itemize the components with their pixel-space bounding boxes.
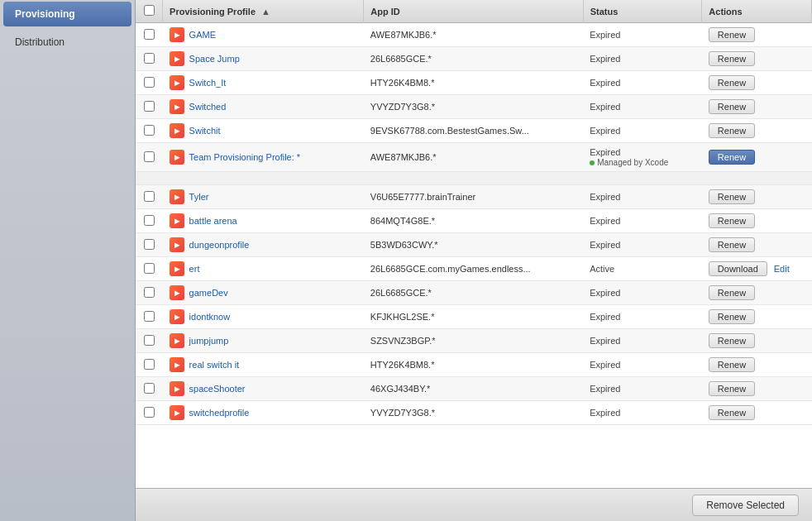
profile-icon: ▶	[170, 333, 184, 348]
col-header-checkbox[interactable]	[136, 0, 163, 23]
profile-icon: ▶	[170, 285, 184, 300]
renew-button[interactable]: Renew	[709, 357, 755, 372]
row-checkbox[interactable]	[144, 77, 155, 88]
profile-name-link[interactable]: Team Provisioning Profile: *	[189, 152, 301, 162]
row-checkbox[interactable]	[144, 125, 155, 136]
row-checkbox[interactable]	[144, 287, 155, 298]
row-checkbox[interactable]	[144, 263, 155, 274]
renew-button[interactable]: Renew	[709, 237, 755, 252]
profile-name-link[interactable]: Tyler	[189, 192, 209, 202]
profile-name-link[interactable]: Switchit	[189, 126, 221, 136]
actions-cell: Renew	[702, 71, 812, 95]
renew-button[interactable]: Renew	[709, 189, 755, 204]
profile-name-link[interactable]: Space Jump	[189, 54, 240, 64]
table-row: ▶ Switchit 9EVSK67788.com.BestestGames.S…	[136, 119, 812, 143]
renew-button[interactable]: Renew	[709, 213, 755, 228]
row-checkbox[interactable]	[144, 101, 155, 112]
profile-icon: ▶	[170, 99, 184, 114]
table-row: ▶ jumpjump SZSVNZ3BGP.*ExpiredRenew	[136, 329, 812, 353]
row-checkbox[interactable]	[144, 311, 155, 322]
profile-name-link[interactable]: GAME	[189, 30, 216, 40]
profile-name-link[interactable]: dungeonprofile	[189, 240, 250, 250]
profile-name-link[interactable]: gameDev	[189, 288, 228, 298]
app-id-cell: 864MQT4G8E.*	[364, 209, 583, 233]
status-cell: Expired	[583, 185, 702, 209]
managed-badge: Managed by Xcode	[590, 158, 695, 167]
profile-name-link[interactable]: battle arena	[189, 216, 237, 226]
table-row: ▶ switchedprofile YVYZD7Y3G8.*ExpiredRen…	[136, 401, 812, 425]
actions-cell: Renew	[702, 281, 812, 305]
row-checkbox[interactable]	[144, 383, 155, 394]
actions-cell: Download Edit	[702, 257, 812, 281]
profile-name-link[interactable]: switchedprofile	[189, 408, 250, 418]
separator-row	[136, 172, 812, 185]
profile-name-link[interactable]: real switch it	[189, 360, 240, 370]
main-content: Provisioning Profile ▲ App ID Status Act…	[136, 0, 812, 521]
app-id-cell: V6U65E7777.brainTrainer	[364, 185, 583, 209]
row-checkbox[interactable]	[144, 359, 155, 370]
managed-dot-icon	[590, 160, 595, 165]
renew-button[interactable]: Renew	[709, 381, 755, 396]
profile-name-link[interactable]: Switch_It	[189, 78, 227, 88]
profile-name-link[interactable]: ert	[189, 264, 200, 274]
status-cell: Expired	[583, 119, 702, 143]
actions-cell: Renew	[702, 119, 812, 143]
download-button[interactable]: Download	[709, 261, 767, 276]
status-cell: Expired	[583, 71, 702, 95]
app-id-cell: YVYZD7Y3G8.*	[364, 401, 583, 425]
renew-button[interactable]: Renew	[709, 75, 755, 90]
row-checkbox[interactable]	[144, 215, 155, 226]
renew-button[interactable]: Renew	[709, 333, 755, 348]
table-row: ▶ spaceShooter 46XGJ434BY.*ExpiredRenew	[136, 377, 812, 401]
app-id-cell: AWE87MKJB6.*	[364, 143, 583, 172]
renew-button[interactable]: Renew	[709, 150, 755, 165]
sidebar-item-distribution[interactable]: Distribution	[3, 30, 131, 55]
col-header-appid: App ID	[364, 0, 583, 23]
footer: Remove Selected	[136, 488, 812, 521]
row-checkbox[interactable]	[144, 407, 155, 418]
profile-name-link[interactable]: idontknow	[189, 312, 231, 322]
table-row: ▶ gameDev 26L6685GCE.*ExpiredRenew	[136, 281, 812, 305]
row-checkbox[interactable]	[144, 53, 155, 64]
actions-cell: Renew	[702, 23, 812, 47]
profile-name-link[interactable]: spaceShooter	[189, 384, 246, 394]
renew-button[interactable]: Renew	[709, 309, 755, 324]
row-checkbox[interactable]	[144, 191, 155, 202]
renew-button[interactable]: Renew	[709, 123, 755, 138]
table-row: ▶ Space Jump 26L6685GCE.*ExpiredRenew	[136, 47, 812, 71]
table-row: ▶ GAME AWE87MKJB6.*ExpiredRenew	[136, 23, 812, 47]
sidebar-item-provisioning[interactable]: Provisioning	[3, 2, 131, 26]
status-cell: Expired	[583, 305, 702, 329]
profile-icon: ▶	[170, 357, 184, 372]
actions-cell: Renew	[702, 95, 812, 119]
row-checkbox[interactable]	[144, 29, 155, 40]
renew-button[interactable]: Renew	[709, 405, 755, 420]
row-checkbox[interactable]	[144, 335, 155, 346]
renew-button[interactable]: Renew	[709, 99, 755, 114]
profile-name-link[interactable]: Switched	[189, 102, 227, 112]
row-checkbox[interactable]	[144, 239, 155, 250]
row-checkbox[interactable]	[144, 151, 155, 162]
select-all-checkbox[interactable]	[144, 5, 155, 16]
renew-button[interactable]: Renew	[709, 51, 755, 66]
profile-name-link[interactable]: jumpjump	[189, 336, 229, 346]
col-header-profile[interactable]: Provisioning Profile ▲	[163, 0, 364, 23]
actions-cell: Renew	[702, 185, 812, 209]
remove-selected-button[interactable]: Remove Selected	[692, 495, 799, 516]
renew-button[interactable]: Renew	[709, 27, 755, 42]
app-id-cell: KFJKHGL2SE.*	[364, 305, 583, 329]
table-row: ▶ Tyler V6U65E7777.brainTrainerExpiredRe…	[136, 185, 812, 209]
app-id-cell: 26L6685GCE.*	[364, 47, 583, 71]
status-cell: Expired	[583, 23, 702, 47]
status-cell: Expired	[583, 233, 702, 257]
edit-button[interactable]: Edit	[774, 264, 790, 274]
app-id-cell: HTY26K4BM8.*	[364, 353, 583, 377]
profile-icon: ▶	[170, 261, 184, 276]
app-id-cell: 5B3WD63CWY.*	[364, 233, 583, 257]
table-row: ▶ Team Provisioning Profile: * AWE87MKJB…	[136, 143, 812, 172]
actions-cell: Renew	[702, 353, 812, 377]
renew-button[interactable]: Renew	[709, 285, 755, 300]
status-cell: Expired Managed by Xcode	[583, 143, 702, 172]
table-row: ▶ idontknow KFJKHGL2SE.*ExpiredRenew	[136, 305, 812, 329]
table-row: ▶ dungeonprofile 5B3WD63CWY.*ExpiredRene…	[136, 233, 812, 257]
